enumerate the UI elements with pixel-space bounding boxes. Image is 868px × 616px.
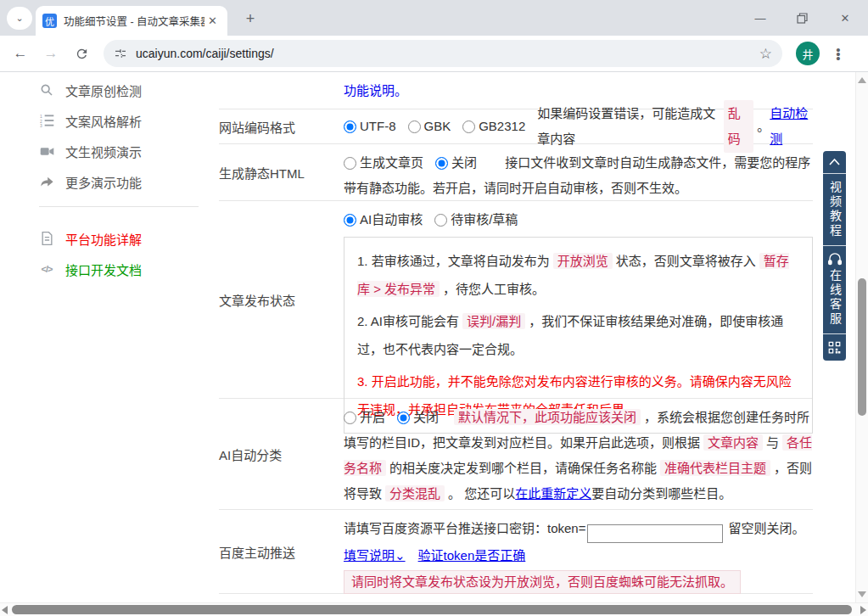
- inline-text: 分类混乱: [385, 485, 445, 501]
- baidu-token-input[interactable]: [587, 524, 723, 543]
- inline-text: 请同时将文章发布状态设为开放浏览，否则百度蜘蛛可能无法抓取。: [351, 574, 733, 589]
- bookmark-star-icon[interactable]: ☆: [759, 45, 772, 63]
- radio-label: UTF-8: [360, 119, 396, 133]
- row-baidu-push: 百度主动推送 请填写百度资源平台推送接口密钥：token=留空则关闭。 填写说明…: [219, 510, 813, 594]
- horizontal-scrollbar-thumb[interactable]: [12, 605, 852, 614]
- row-static-html: 生成静态HTML 生成文章页关闭 接口文件收到文章时自动生成静态文件，需要您的程…: [219, 144, 813, 201]
- inline-text: 误判/漏判: [462, 313, 525, 329]
- inline-text: ，待您人工审核。: [443, 282, 545, 296]
- radio-icon[interactable]: [435, 157, 448, 170]
- radio-label: 开启: [360, 410, 385, 424]
- inline-link[interactable]: 验证token是否正确: [418, 548, 526, 563]
- radio-option[interactable]: 关闭: [435, 155, 477, 170]
- video-tutorial-button[interactable]: 视频教程: [823, 174, 846, 246]
- row-publish-status: 文章发布状态 AI自动审核待审核/草稿 1. 若审核通过，文章将自动发布为开放浏…: [219, 201, 813, 399]
- radio-icon[interactable]: [408, 120, 421, 133]
- vertical-scrollbar-thumb[interactable]: [858, 278, 866, 416]
- radio-icon[interactable]: [462, 120, 475, 133]
- back-button[interactable]: ←: [10, 43, 31, 64]
- radio-icon[interactable]: [434, 214, 447, 227]
- back-to-top-button[interactable]: [823, 151, 846, 174]
- tab-title: 功能细节设置 - 自动文章采集器: [64, 13, 204, 29]
- radio-label: 待审核/草稿: [451, 212, 518, 227]
- radio-option[interactable]: GBK: [408, 114, 451, 139]
- inline-text: 留空则关闭。: [728, 521, 804, 535]
- scroll-up-arrow-icon[interactable]: [858, 77, 866, 83]
- browser-toolbar: ← → ucaiyun.com/caiji/settings/ ☆ 井 •••: [0, 36, 868, 72]
- horizontal-scrollbar[interactable]: [0, 602, 868, 616]
- sidebar-item-video-demo[interactable]: 文生视频演示: [39, 142, 209, 160]
- profile-avatar[interactable]: 井: [796, 42, 820, 65]
- sidebar-divider: [39, 206, 199, 207]
- sidebar-item-originality-check[interactable]: 文章原创检测: [39, 81, 209, 99]
- ai-classification-options: 开启关闭默认情况下，此项功能应该关闭，系统会根据您创建任务时所填写的栏目ID，把…: [344, 399, 813, 509]
- qr-code-button[interactable]: [823, 334, 846, 361]
- radio-option[interactable]: UTF-8: [344, 114, 396, 139]
- row-encoding: 网站编码格式 UTF-8GBKGB2312 如果编码设置错误，可能造成文章内容乱…: [219, 109, 813, 144]
- url-text[interactable]: ucaiyun.com/caiji/settings/: [136, 47, 759, 60]
- inline-text: 。 您还可以: [448, 486, 515, 501]
- sidebar-item-label: 文案风格解析: [65, 112, 142, 130]
- row-label: [219, 72, 344, 109]
- tab-close-icon[interactable]: ✕: [204, 14, 221, 27]
- radio-icon[interactable]: [344, 412, 356, 424]
- restore-button[interactable]: [797, 13, 809, 24]
- radio-icon[interactable]: [344, 157, 356, 170]
- scroll-left-arrow-icon[interactable]: [2, 606, 8, 614]
- radio-label: 关闭: [413, 410, 439, 424]
- radio-option[interactable]: 关闭: [397, 410, 439, 424]
- radio-label: AI自动审核: [360, 212, 423, 227]
- radio-option[interactable]: 待审核/草稿: [434, 212, 518, 227]
- radio-label: 生成文章页: [360, 155, 423, 170]
- document-icon: [39, 231, 54, 246]
- inline-text: 开放浏览: [553, 253, 613, 269]
- close-button[interactable]: ✕: [839, 12, 851, 25]
- tab-search-button[interactable]: ⌄: [7, 7, 32, 30]
- static-html-options: 生成文章页关闭 接口文件收到文章时自动生成静态文件，需要您的程序带有静态功能。若…: [344, 144, 813, 200]
- search-icon: [39, 82, 54, 98]
- scroll-down-arrow-icon[interactable]: [858, 591, 866, 597]
- inline-link[interactable]: 功能说明。: [344, 78, 407, 104]
- radio-option[interactable]: AI自动审核: [344, 212, 423, 227]
- reload-button[interactable]: [71, 43, 92, 64]
- settings-table: 功能说明。 网站编码格式 UTF-8GBKGB2312 如果编码设置错误，可能造…: [219, 72, 813, 594]
- sidebar-item-platform-features[interactable]: 平台功能详解: [39, 229, 209, 248]
- baidu-push-options: 请填写百度资源平台推送接口密钥：token=留空则关闭。 填写说明⌄ 验证tok…: [344, 510, 813, 593]
- sidebar-item-more-demos[interactable]: 更多演示功能: [39, 172, 209, 191]
- new-tab-button[interactable]: +: [240, 8, 260, 29]
- online-service-button[interactable]: 在线客服: [823, 246, 846, 334]
- radio-option[interactable]: 开启: [344, 410, 385, 424]
- inline-link[interactable]: 在此重新定义: [515, 486, 591, 501]
- radio-icon[interactable]: [397, 412, 410, 424]
- scroll-right-arrow-icon[interactable]: [860, 606, 866, 614]
- browser-menu-icon[interactable]: •••: [832, 48, 845, 60]
- svg-text:2: 2: [40, 119, 42, 123]
- code-icon: </>: [39, 261, 54, 277]
- radio-icon[interactable]: [344, 214, 356, 227]
- row-label: 文章发布状态: [219, 201, 344, 398]
- publish-status-radios: AI自动审核待审核/草稿: [344, 207, 813, 232]
- radio-option[interactable]: 生成文章页: [344, 155, 423, 170]
- vertical-scrollbar[interactable]: [855, 72, 868, 602]
- svg-text:1: 1: [40, 114, 42, 118]
- notice-line: 1. 若审核通过，文章将自动发布为开放浏览状态，否则文章将被存入暂存库 > 发布…: [357, 247, 799, 303]
- baidu-push-warning: 请同时将文章发布状态设为开放浏览，否则百度蜘蛛可能无法抓取。: [344, 570, 741, 594]
- sidebar-item-api-docs[interactable]: </> 接口开发文档: [39, 260, 209, 278]
- radio-icon[interactable]: [344, 120, 356, 133]
- forward-button[interactable]: →: [41, 43, 61, 64]
- publish-status-options: AI自动审核待审核/草稿 1. 若审核通过，文章将自动发布为开放浏览状态，否则文…: [344, 201, 813, 398]
- sidebar-item-label: 文生视频演示: [65, 143, 142, 160]
- active-tab[interactable]: 优 功能细节设置 - 自动文章采集器 ✕: [36, 6, 227, 36]
- inline-link[interactable]: 填写说明⌄: [344, 548, 406, 563]
- address-bar[interactable]: ucaiyun.com/caiji/settings/ ☆: [104, 40, 782, 67]
- window-controls: — ✕: [754, 0, 861, 36]
- page-content: 文章原创检测 123 文案风格解析 文生视频演示 更多演示功能: [0, 72, 855, 602]
- sidebar-item-style-analysis[interactable]: 123 文案风格解析: [39, 111, 209, 130]
- radio-option[interactable]: GB2312: [462, 114, 525, 139]
- inline-text: 2. AI审核可能会有: [357, 314, 459, 328]
- encoding-options: UTF-8GBKGB2312 如果编码设置错误，可能造成文章内容乱码。 自动检测: [344, 109, 813, 143]
- notice-line: 2. AI审核可能会有误判/漏判，我们不保证审核结果绝对准确，即使审核通过，也不…: [357, 307, 799, 363]
- baidu-token-line: 请填写百度资源平台推送接口密钥：token=留空则关闭。 填写说明⌄ 验证tok…: [344, 516, 813, 568]
- site-settings-icon[interactable]: [114, 47, 127, 60]
- minimize-button[interactable]: —: [754, 12, 766, 25]
